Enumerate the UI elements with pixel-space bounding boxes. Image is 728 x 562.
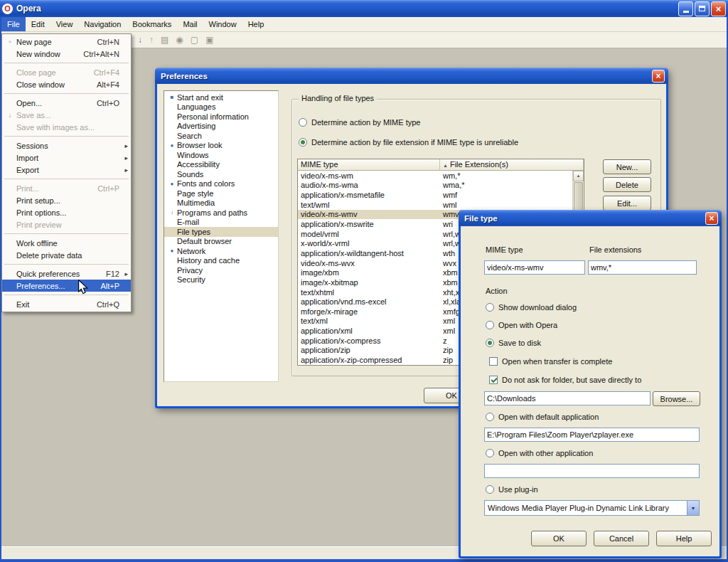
file-menu-item[interactable] (4, 136, 129, 137)
save-path-input[interactable] (484, 391, 651, 405)
ok-button[interactable]: OK (531, 531, 587, 546)
file-menu-item[interactable]: Delete private data (2, 249, 131, 261)
file-type-close-button[interactable]: × (705, 212, 718, 225)
file-menu-item[interactable]: Save with images as... (2, 121, 131, 133)
sidebar-item[interactable]: Privacy (164, 265, 278, 275)
minimize-button[interactable] (678, 1, 693, 16)
titlebar[interactable]: O Opera × (0, 0, 728, 17)
sidebar-item[interactable]: ↓ Programs and paths (164, 208, 278, 218)
preferences-close-button[interactable]: × (652, 70, 665, 83)
toolbar-icon[interactable]: ▣ (205, 35, 213, 45)
file-extensions-input[interactable] (588, 260, 697, 275)
sidebar-item[interactable]: Languages (164, 102, 278, 112)
sidebar-item[interactable]: Default browser (164, 237, 278, 247)
sidebar-item[interactable]: Page style (164, 189, 278, 198)
sidebar-item[interactable]: Personal information (164, 112, 278, 122)
file-menu-item[interactable] (4, 179, 129, 179)
file-menu-item[interactable] (4, 264, 129, 265)
file-menu-item[interactable]: ↓ Save as... (2, 109, 131, 121)
checkbox-save-directly[interactable]: Do not ask for folder, but save directly… (489, 376, 641, 384)
close-button[interactable]: × (711, 1, 726, 16)
checkbox-open-when-transfer-complete[interactable]: Open when transfer is complete (489, 357, 612, 366)
menubar-item[interactable]: Window (203, 17, 242, 31)
radio-show-download-dialog[interactable]: Show download dialog (486, 303, 577, 312)
delete-button[interactable]: Delete (603, 177, 651, 192)
toolbar-icon[interactable]: ▢ (191, 35, 198, 45)
radio-open-default-application[interactable]: Open with default application (486, 413, 599, 421)
cancel-button[interactable]: Cancel (594, 531, 649, 546)
sidebar-item[interactable]: ● Fonts and colors (164, 179, 278, 189)
sidebar-item[interactable]: Windows (164, 150, 278, 160)
sidebar-item[interactable]: E-mail (164, 218, 278, 228)
file-menu-item[interactable]: Quick preferences F12 ▸ (2, 267, 131, 280)
other-application-input[interactable] (484, 464, 700, 478)
table-row[interactable]: video/x-ms-wm wm,* (298, 171, 572, 181)
radio-save-to-disk[interactable]: Save to disk (486, 339, 541, 347)
radio-open-with-opera[interactable]: Open with Opera (486, 321, 557, 329)
file-menu-item[interactable]: Print... Ctrl+P (2, 182, 131, 194)
menubar-item[interactable]: Edit (26, 17, 50, 31)
toolbar-icon[interactable]: ↓ (138, 35, 142, 45)
browse-button[interactable]: Browse... (653, 391, 700, 406)
file-menu-item[interactable] (4, 93, 129, 94)
file-menu-item[interactable]: Sessions ▸ (2, 139, 131, 152)
file-menu-item[interactable]: Export ▸ (2, 164, 131, 176)
sidebar-item[interactable]: ● Network (164, 246, 278, 256)
table-row[interactable]: text/wml wml (298, 200, 572, 210)
mime-type-cell: mforge/x-mirage (298, 307, 440, 316)
help-button[interactable]: Help (656, 531, 712, 546)
plugin-select[interactable]: Windows Media Player Plug-in Dynamic Lin… (484, 500, 700, 516)
file-menu-item[interactable]: Print options... (2, 206, 131, 218)
column-header-mime-type[interactable]: MIME type (298, 159, 440, 171)
file-menu-item[interactable]: Print preview (2, 218, 131, 230)
toolbar-icon[interactable]: ↑ (149, 35, 154, 45)
preferences-titlebar[interactable]: Preferences × (155, 68, 668, 84)
sidebar-item[interactable]: Advertising (164, 122, 278, 132)
sidebar-item[interactable]: Accessibility (164, 160, 278, 170)
scroll-up-button[interactable]: ▲ (573, 171, 584, 181)
radio-icon (299, 118, 307, 127)
file-type-titlebar[interactable]: File type × (459, 210, 722, 226)
file-menu-item[interactable]: Open... Ctrl+O (2, 97, 131, 109)
file-menu-item[interactable] (4, 233, 129, 234)
file-menu-item[interactable]: Import ▸ (2, 152, 131, 164)
file-menu-item[interactable]: Work offline (2, 237, 131, 249)
table-row[interactable]: application/x-msmetafile wmf (298, 190, 572, 200)
radio-determine-mime[interactable]: Determine action by MIME type (299, 118, 420, 127)
table-row[interactable]: audio/x-ms-wma wma,* (298, 181, 572, 191)
sidebar-item[interactable]: File types (164, 227, 278, 237)
menubar-item[interactable]: Bookmarks (127, 17, 177, 31)
menubar-item[interactable]: File (1, 17, 26, 31)
menubar-item[interactable]: Help (242, 17, 270, 31)
sidebar-item[interactable]: ■ Start and exit (164, 92, 278, 102)
file-menu-item[interactable] (4, 295, 129, 295)
sidebar-item[interactable]: Search (164, 131, 278, 141)
file-menu-item[interactable]: Exit Ctrl+Q (2, 298, 131, 310)
file-menu-item[interactable]: Close window Alt+F4 (2, 78, 131, 90)
toolbar-icon[interactable]: ▤ (161, 35, 168, 45)
sidebar-item[interactable]: Sounds (164, 169, 278, 179)
menubar-item[interactable]: Navigation (78, 17, 127, 31)
radio-determine-extension[interactable]: Determine action by file extension if MI… (299, 138, 518, 147)
file-menu-item[interactable]: Preferences... Alt+P (2, 280, 131, 292)
column-header-file-extensions[interactable]: ▲File Extension(s) (440, 159, 584, 171)
file-menu-item[interactable] (4, 63, 129, 63)
mime-type-input[interactable] (484, 260, 585, 275)
sidebar-item[interactable]: Multimedia (164, 198, 278, 208)
menubar-item[interactable]: View (50, 17, 79, 31)
edit-button[interactable]: Edit... (603, 196, 651, 211)
toolbar-icon[interactable]: ◉ (176, 35, 183, 45)
new-button[interactable]: New... (603, 159, 651, 174)
sidebar-item[interactable]: ● Browser look (164, 141, 278, 151)
default-application-input[interactable] (484, 428, 700, 442)
file-menu-item[interactable]: ▫ New page Ctrl+N (2, 36, 131, 48)
file-menu-item[interactable]: New window Ctrl+Alt+N (2, 48, 131, 60)
file-menu-item[interactable]: Close page Ctrl+F4 (2, 66, 131, 78)
maximize-button[interactable] (695, 1, 710, 16)
sidebar-item[interactable]: History and cache (164, 256, 278, 266)
file-menu-item[interactable]: Print setup... (2, 194, 131, 206)
menubar-item[interactable]: Mail (177, 17, 203, 31)
sidebar-item[interactable]: Security (164, 275, 278, 285)
radio-use-plugin[interactable]: Use plug-in (486, 485, 538, 494)
radio-open-other-application[interactable]: Open with other application (486, 449, 593, 457)
